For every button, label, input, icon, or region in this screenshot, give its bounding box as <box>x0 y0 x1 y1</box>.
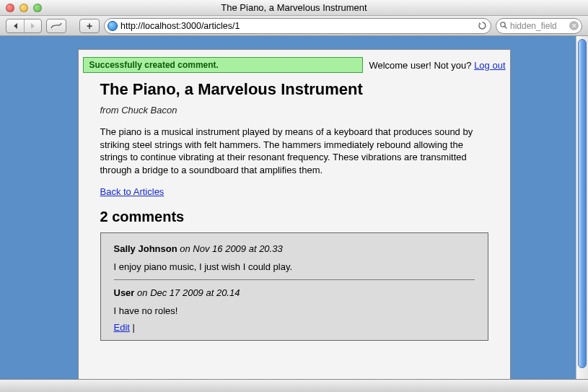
address-bar[interactable]: http://localhost:3000/articles/1 <box>104 18 491 34</box>
comment-author: User <box>114 287 135 298</box>
logout-link[interactable]: Log out <box>474 60 505 71</box>
search-text: hidden_field <box>510 21 567 31</box>
close-window-button[interactable] <box>6 4 14 12</box>
comment: User on Dec 17 2009 at 20.14 I have no r… <box>114 279 475 333</box>
search-bar[interactable]: hidden_field ✕ <box>496 18 582 34</box>
comment-body: I have no roles! <box>114 305 475 316</box>
svg-line-1 <box>505 26 507 28</box>
comments-header: 2 comments <box>100 209 488 225</box>
vertical-scrollbar[interactable] <box>576 36 588 379</box>
comment-actions: Edit | <box>114 322 475 333</box>
article-body: The piano is a musical instrument played… <box>100 126 488 176</box>
welcome-prefix: Welcome <box>369 60 411 71</box>
browser-toolbar: + http://localhost:3000/articles/1 hidde… <box>0 16 588 36</box>
zoom-window-button[interactable] <box>33 4 42 12</box>
nav-button-group <box>6 19 42 33</box>
comment-body: I enjoy piano music, I just wish I could… <box>114 261 475 272</box>
comment-timestamp: on Nov 16 2009 at 20.33 <box>180 243 282 254</box>
back-to-articles-link[interactable]: Back to Articles <box>100 186 164 197</box>
reload-button[interactable] <box>476 20 488 32</box>
comment-meta: Sally Johnson on Nov 16 2009 at 20.33 <box>114 243 475 254</box>
article-author: Chuck Bacon <box>121 105 177 116</box>
svg-point-0 <box>501 22 505 26</box>
comment-timestamp: on Dec 17 2009 at 20.14 <box>137 287 240 298</box>
window-controls <box>6 4 42 12</box>
comment-author: Sally Johnson <box>114 243 177 254</box>
window-title: The Piano, a Marvelous Instrument <box>0 2 588 13</box>
window-titlebar: The Piano, a Marvelous Instrument <box>0 0 588 16</box>
user-nav: Welcome user! Not you? Log out <box>363 60 505 71</box>
welcome-username: user <box>411 60 429 71</box>
not-you-text: ! Not you? <box>429 60 474 71</box>
comment: Sally Johnson on Nov 16 2009 at 20.33 I … <box>114 243 475 272</box>
favicon-icon <box>107 21 118 31</box>
article-title: The Piano, a Marvelous Instrument <box>100 80 488 99</box>
forward-button[interactable] <box>24 19 41 32</box>
add-bookmark-button[interactable]: + <box>79 19 100 33</box>
article-byline: from Chuck Bacon <box>100 105 488 116</box>
plus-icon: + <box>87 20 92 32</box>
top-row: Successfully created comment. Welcome us… <box>79 57 510 73</box>
clear-search-button[interactable]: ✕ <box>569 21 579 30</box>
search-icon <box>499 21 508 31</box>
scroll-thumb[interactable] <box>578 39 587 368</box>
page-viewport: Successfully created comment. Welcome us… <box>0 36 588 379</box>
reader-button[interactable] <box>46 19 66 33</box>
back-button[interactable] <box>6 19 24 32</box>
url-text: http://localhost:3000/articles/1 <box>120 21 473 31</box>
minimize-window-button[interactable] <box>19 4 28 12</box>
flash-notice: Successfully created comment. <box>83 57 364 73</box>
article-page: Successfully created comment. Welcome us… <box>78 49 511 379</box>
edit-comment-link[interactable]: Edit <box>114 322 130 333</box>
byline-prefix: from <box>100 105 122 116</box>
action-separator: | <box>130 322 135 333</box>
status-bar <box>0 379 588 392</box>
comments-box: Sally Johnson on Nov 16 2009 at 20.33 I … <box>100 232 488 341</box>
comment-meta: User on Dec 17 2009 at 20.14 <box>114 287 475 298</box>
